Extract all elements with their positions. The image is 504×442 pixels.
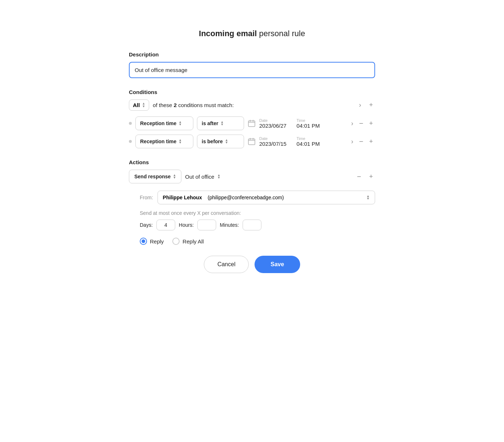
date-time-row-1: Date 2023/06/27 Time 04:01 PM	[259, 118, 345, 129]
reply-all-option[interactable]: Reply All	[172, 238, 203, 245]
field-1-chevron: ▲▼	[178, 121, 182, 126]
condition-row-1-actions: › − +	[349, 118, 375, 129]
expand-condition-2-button[interactable]: ›	[349, 136, 356, 147]
expand-condition-1-button[interactable]: ›	[349, 118, 356, 129]
calendar-icon-2[interactable]	[248, 137, 256, 145]
time-block-2: Time 04:01 PM	[297, 136, 320, 147]
condition-dot-1	[129, 122, 132, 125]
from-select[interactable]: Philippe Lehoux (philippe@conferencebadg…	[158, 191, 375, 204]
frequency-inputs: Days: Hours: Minutes:	[140, 220, 375, 230]
date-block-1: Date 2023/06/27	[259, 118, 286, 129]
from-row: From: Philippe Lehoux (philippe@conferen…	[140, 191, 375, 204]
description-section: Description	[129, 51, 375, 78]
all-select[interactable]: All ▲▼	[129, 99, 149, 111]
action-type-chevron: ▲▼	[173, 174, 176, 179]
reply-row: Reply Reply All	[140, 238, 375, 245]
field-2-chevron: ▲▼	[178, 139, 182, 144]
svg-rect-4	[248, 139, 255, 145]
condition-row-2-actions: › − +	[349, 136, 375, 147]
remove-action-button[interactable]: −	[355, 171, 364, 182]
actions-label: Actions	[129, 159, 375, 165]
from-select-chevron: ▲▼	[366, 195, 370, 200]
conditions-match-text: of these 2 conditions must match:	[153, 102, 353, 108]
add-condition-button[interactable]: +	[367, 100, 375, 110]
condition-field-1[interactable]: Reception time ▲▼	[135, 116, 193, 130]
remove-condition-2-button[interactable]: −	[357, 136, 366, 147]
remove-condition-1-button[interactable]: −	[357, 118, 366, 129]
condition-field-2[interactable]: Reception time ▲▼	[135, 135, 193, 148]
reply-label: Reply	[150, 238, 164, 245]
actions-section: Actions Send response ▲▼ Out of office ▲…	[129, 159, 375, 245]
date-time-row-2: Date 2023/07/15 Time 04:01 PM	[259, 136, 345, 147]
hours-input[interactable]	[197, 220, 216, 230]
conditions-header: All ▲▼ of these 2 conditions must match:…	[129, 99, 375, 111]
operator-2-chevron: ▲▼	[225, 139, 228, 144]
description-input[interactable]	[129, 62, 375, 78]
condition-row-2: Reception time ▲▼ is before ▲▼ Date 2023…	[129, 135, 375, 148]
add-after-condition-1-button[interactable]: +	[367, 118, 375, 129]
reply-all-radio[interactable]	[172, 238, 180, 245]
frequency-label: Send at most once every X per conversati…	[140, 210, 375, 216]
add-action-button[interactable]: +	[367, 171, 375, 182]
from-label: From:	[140, 195, 153, 200]
days-input[interactable]	[156, 220, 175, 230]
minutes-input[interactable]	[243, 220, 261, 230]
action-value-select[interactable]: Out of office ▲▼	[185, 174, 351, 180]
conditions-expand-button[interactable]: ›	[357, 100, 363, 110]
add-after-condition-2-button[interactable]: +	[367, 136, 375, 147]
buttons-row: Cancel Save	[129, 256, 375, 273]
reply-radio[interactable]	[140, 238, 147, 245]
svg-rect-0	[248, 121, 255, 127]
date-block-2: Date 2023/07/15	[259, 136, 286, 147]
main-container: Incoming email personal rule Description…	[111, 14, 393, 291]
calendar-icon-1[interactable]	[248, 119, 256, 127]
hours-label: Hours:	[179, 222, 194, 228]
days-label: Days:	[140, 222, 153, 228]
condition-dot-2	[129, 140, 132, 143]
reply-option[interactable]: Reply	[140, 238, 164, 245]
cancel-button[interactable]: Cancel	[204, 256, 249, 273]
minutes-label: Minutes:	[220, 222, 239, 228]
condition-operator-1[interactable]: is after ▲▼	[197, 116, 244, 130]
save-button[interactable]: Save	[255, 256, 300, 273]
conditions-label: Conditions	[129, 89, 375, 95]
send-frequency: Send at most once every X per conversati…	[140, 210, 375, 230]
operator-1-chevron: ▲▼	[220, 121, 224, 126]
condition-operator-2[interactable]: is before ▲▼	[197, 135, 244, 148]
time-block-1: Time 04:01 PM	[297, 118, 320, 129]
conditions-section: Conditions All ▲▼ of these 2 conditions …	[129, 89, 375, 148]
action-value-chevron: ▲▼	[217, 174, 220, 179]
all-select-chevron: ▲▼	[142, 102, 145, 107]
action-row: Send response ▲▼ Out of office ▲▼ − +	[129, 170, 375, 183]
description-label: Description	[129, 51, 375, 58]
condition-row-1: Reception time ▲▼ is after ▲▼ Date 2023/…	[129, 116, 375, 130]
reply-all-label: Reply All	[182, 238, 203, 245]
page-title: Incoming email personal rule	[129, 29, 375, 38]
action-type-select[interactable]: Send response ▲▼	[129, 170, 181, 183]
